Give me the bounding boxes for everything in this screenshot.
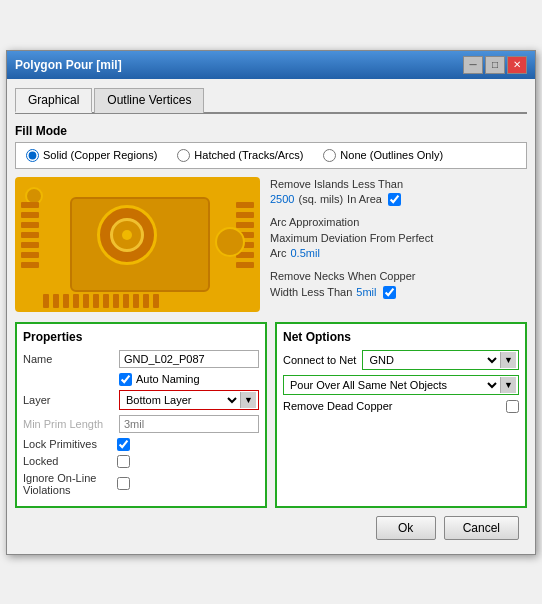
pin-v [83,294,89,308]
pour-over-select[interactable]: Pour Over All Same Net Objects Don't Pou… [286,378,500,392]
connect-to-net-label: Connect to Net [283,354,356,366]
pin [21,202,39,208]
pin-v [93,294,99,308]
fill-mode-label: Fill Mode [15,124,527,138]
locked-label: Locked [23,455,113,467]
maximize-button[interactable]: □ [485,56,505,74]
pour-over-select-wrap: Pour Over All Same Net Objects Don't Pou… [283,375,519,395]
pin-v [53,294,59,308]
islands-checkbox[interactable] [388,193,401,206]
ignore-violations-row: Ignore On-Line Violations [23,472,259,496]
properties-box: Properties Name Auto Naming Layer Bottom… [15,322,267,508]
pin [21,232,39,238]
pin-v [143,294,149,308]
fill-mode-radio-group: Solid (Copper Regions) Hatched (Tracks/A… [26,149,516,162]
pin [21,262,39,268]
dead-copper-checkbox[interactable] [506,400,519,413]
fill-mode-section: Solid (Copper Regions) Hatched (Tracks/A… [15,142,527,169]
fill-mode-hatched[interactable]: Hatched (Tracks/Arcs) [177,149,303,162]
necks-checkbox[interactable] [383,286,396,299]
lock-primitives-row: Lock Primitives [23,438,259,451]
pin-v [103,294,109,308]
prop-name-input[interactable] [119,350,259,368]
prop-layer-row: Layer Bottom Layer Top Layer ▼ [23,390,259,410]
pin-v [133,294,139,308]
cancel-button[interactable]: Cancel [444,516,519,540]
pin [21,212,39,218]
pin-v [43,294,49,308]
pins-bottom [43,294,159,308]
window-title: Polygon Pour [mil] [15,58,122,72]
tab-outline-vertices[interactable]: Outline Vertices [94,88,204,113]
pins-left [21,202,39,268]
pin [21,222,39,228]
prop-min-prim-input[interactable] [119,415,259,433]
pin [21,242,39,248]
close-button[interactable]: ✕ [507,56,527,74]
auto-naming-label: Auto Naming [136,373,200,385]
annotation-islands: Remove Islands Less Than 2500 (sq. mils)… [270,177,527,208]
prop-name-label: Name [23,353,113,365]
connect-net-select-wrap: GND VCC NONE ▼ [362,350,519,370]
connect-net-arrow[interactable]: ▼ [500,352,516,368]
prop-name-row: Name [23,350,259,368]
pin-v [73,294,79,308]
pin-v [153,294,159,308]
layer-select-wrap: Bottom Layer Top Layer ▼ [119,390,259,410]
pcb-circle-dot [122,230,132,240]
corner-circle-tr [215,227,245,257]
layer-select[interactable]: Bottom Layer Top Layer [122,393,240,407]
tab-graphical[interactable]: Graphical [15,88,92,113]
layer-dropdown-arrow[interactable]: ▼ [240,392,256,408]
lock-primitives-checkbox[interactable] [117,438,130,451]
connect-net-select[interactable]: GND VCC NONE [365,353,500,367]
prop-min-prim-row: Min Prim Length [23,415,259,433]
annotations-panel: Remove Islands Less Than 2500 (sq. mils)… [270,177,527,312]
locked-checkbox[interactable] [117,455,130,468]
annotation-arc: Arc Approximation Maximum Deviation From… [270,215,527,261]
dead-copper-row: Remove Dead Copper [283,400,519,413]
title-bar-buttons: ─ □ ✕ [463,56,527,74]
pin [21,252,39,258]
prop-layer-label: Layer [23,394,113,406]
dead-copper-label: Remove Dead Copper [283,400,392,412]
annotation-necks: Remove Necks When Copper Width Less Than… [270,269,527,300]
pin [236,222,254,228]
prop-min-prim-label: Min Prim Length [23,418,113,430]
pin [236,212,254,218]
preview-area: Remove Islands Less Than 2500 (sq. mils)… [15,177,527,312]
dialog-buttons: Ok Cancel [15,508,527,546]
properties-title: Properties [23,330,259,344]
ignore-violations-label: Ignore On-Line Violations [23,472,113,496]
pin [236,202,254,208]
lock-primitives-label: Lock Primitives [23,438,113,450]
bottom-columns: Properties Name Auto Naming Layer Bottom… [15,322,527,508]
minimize-button[interactable]: ─ [463,56,483,74]
pin-v [113,294,119,308]
pin [236,262,254,268]
auto-naming-checkbox[interactable] [119,373,132,386]
fill-mode-none[interactable]: None (Outlines Only) [323,149,443,162]
pcb-preview [15,177,260,312]
connect-to-net-row: Connect to Net GND VCC NONE ▼ [283,350,519,370]
dialog-content: Graphical Outline Vertices Fill Mode Sol… [7,79,535,554]
tab-bar: Graphical Outline Vertices [15,87,527,114]
pin-v [123,294,129,308]
net-options-box: Net Options Connect to Net GND VCC NONE … [275,322,527,508]
ok-button[interactable]: Ok [376,516,436,540]
title-bar: Polygon Pour [mil] ─ □ ✕ [7,51,535,79]
pour-over-arrow[interactable]: ▼ [500,377,516,393]
pin-v [63,294,69,308]
locked-row: Locked [23,455,259,468]
ignore-violations-checkbox[interactable] [117,477,130,490]
auto-naming-row: Auto Naming [23,373,259,386]
net-options-title: Net Options [283,330,519,344]
fill-mode-solid[interactable]: Solid (Copper Regions) [26,149,157,162]
main-window: Polygon Pour [mil] ─ □ ✕ Graphical Outli… [6,50,536,555]
